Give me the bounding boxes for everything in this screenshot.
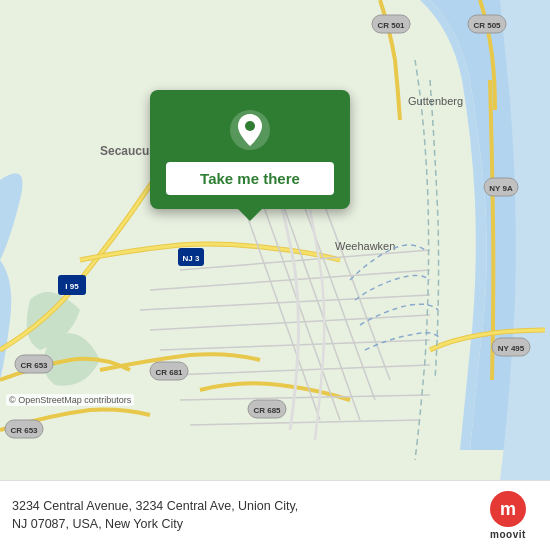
bottom-info-bar: 3234 Central Avenue, 3234 Central Ave, U… [0,480,550,550]
svg-text:CR 653: CR 653 [20,361,48,370]
address-text: 3234 Central Avenue, 3234 Central Ave, U… [12,498,478,533]
svg-text:I 95: I 95 [65,282,79,291]
svg-text:CR 685: CR 685 [253,406,281,415]
svg-point-38 [245,121,255,131]
svg-text:CR 653: CR 653 [10,426,38,435]
svg-text:NY 9A: NY 9A [489,184,513,193]
svg-text:Guttenberg: Guttenberg [408,95,463,107]
map-container: I 95 NJ 3 CR 501 CR 505 CR 653 CR 653 CR… [0,0,550,480]
svg-text:Secaucus: Secaucus [100,144,156,158]
svg-text:CR 681: CR 681 [155,368,183,377]
osm-attribution: © OpenStreetMap contributors [6,394,134,406]
svg-text:CR 505: CR 505 [473,21,501,30]
svg-text:Weehawken: Weehawken [335,240,395,252]
moovit-icon: m [490,491,526,527]
svg-text:NJ 3: NJ 3 [183,254,200,263]
take-me-there-button[interactable]: Take me there [166,162,334,195]
address-line1: 3234 Central Avenue, 3234 Central Ave, U… [12,499,298,513]
map-background: I 95 NJ 3 CR 501 CR 505 CR 653 CR 653 CR… [0,0,550,480]
moovit-logo: m moovit [478,491,538,540]
address-line2: NJ 07087, USA, New York City [12,517,183,531]
moovit-text: moovit [490,529,526,540]
popup-card: Take me there [150,90,350,209]
svg-text:CR 501: CR 501 [377,21,405,30]
svg-text:NY 495: NY 495 [498,344,525,353]
moovit-letter: m [500,499,516,520]
location-pin-icon [228,108,272,152]
